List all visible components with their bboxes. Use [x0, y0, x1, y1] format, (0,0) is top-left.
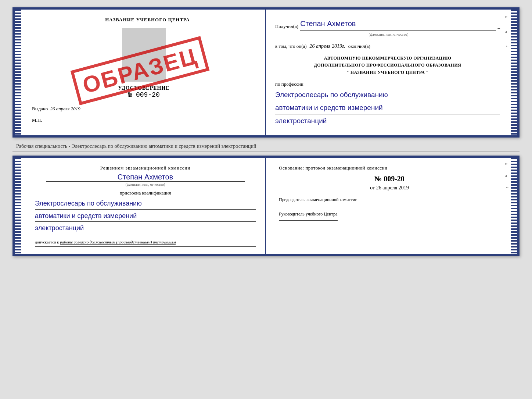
- fio-label-bottom: (фамилия, имя, отчество): [35, 182, 256, 186]
- top-document: НАЗВАНИЕ УЧЕБНОГО ЦЕНТРА УДОСТОВЕРЕНИЕ №…: [12, 7, 520, 138]
- org-block: АВТОНОМНУЮ НЕКОММЕРЧЕСКУЮ ОРГАНИЗАЦИЮ ДО…: [275, 55, 500, 76]
- bottom-document: Решением экзаменационной комиссии Степан…: [12, 156, 520, 256]
- osnovanie-title: Основание: протокол экзаменационной коми…: [279, 165, 500, 171]
- person-name: Степан Ахметов: [46, 173, 245, 182]
- org-line2: ДОПОЛНИТЕЛЬНОГО ПРОФЕССИОНАЛЬНОГО ОБРАЗО…: [275, 62, 500, 69]
- side-decoration-bottom: и а ←: [505, 161, 509, 189]
- dopuskaetsya-block: допускается к работе согласно должностны…: [35, 240, 256, 245]
- sign-line-bottom-left: [35, 246, 256, 247]
- recipient-name: Степан Ахметов: [300, 17, 496, 31]
- predsedatel-label: Председатель экзаменационной комиссии: [279, 196, 500, 203]
- top-left-panel: НАЗВАНИЕ УЧЕБНОГО ЦЕНТРА УДОСТОВЕРЕНИЕ №…: [15, 10, 266, 135]
- photo-placeholder: [122, 28, 166, 82]
- okonchil-label: окончил(а): [348, 42, 370, 50]
- ot-label: от: [370, 185, 375, 190]
- fio-label: (фамилия, имя, отчество): [277, 31, 500, 38]
- poluchil-label: Получил(а): [275, 22, 298, 31]
- specialty-line: Рабочая специальность - Электрослесарь п…: [12, 141, 520, 152]
- qual-line-1: Электрослесарь по обслуживанию: [35, 198, 256, 210]
- mp-line: М.П.: [32, 117, 256, 123]
- profession-line-2: автоматики и средств измерений: [275, 102, 500, 114]
- side-decoration: и а ←: [505, 13, 509, 50]
- prisvoena-label: присвоена квалификация: [35, 190, 256, 196]
- protocol-number: № 009-20: [279, 175, 500, 183]
- bottom-left-panel: Решением экзаменационной комиссии Степан…: [15, 158, 266, 254]
- qual-line-3: электростанций: [35, 222, 256, 234]
- dopuskaetsya-text: работе согласно должностным (производств…: [60, 240, 176, 245]
- vtom-line: в том, что он(а) 26 апреля 2019г. окончи…: [275, 42, 500, 51]
- qual-lines: Электрослесарь по обслуживанию автоматик…: [35, 198, 256, 234]
- ot-date-block: от 26 апреля 2019: [279, 185, 500, 191]
- top-cert-title: НАЗВАНИЕ УЧЕБНОГО ЦЕНТРА: [39, 17, 256, 23]
- profession-line-1: Электрослесарь по обслуживанию: [275, 89, 500, 101]
- predsedatel-block: Председатель экзаменационной комиссии: [279, 196, 500, 206]
- udostoverenie-label: УДОСТОВЕРЕНИЕ: [32, 85, 256, 91]
- rukovoditel-sign-line: [279, 220, 338, 221]
- ot-date: 26 апреля 2019: [376, 185, 409, 190]
- vydano-line: Выдано 26 апреля 2019: [32, 106, 256, 112]
- org-line3: " НАЗВАНИЕ УЧЕБНОГО ЦЕНТРА ": [275, 69, 500, 76]
- po-professii-label: по профессии: [275, 80, 500, 88]
- dopuskaetsya-prefix: допускается к: [35, 240, 59, 244]
- profession-lines: Электрослесарь по обслуживанию автоматик…: [275, 89, 500, 127]
- rukovoditel-label: Руководитель учебного Центра: [279, 211, 500, 217]
- reshenie-title: Решением экзаменационной комиссии: [35, 165, 256, 171]
- rukovoditel-block: Руководитель учебного Центра: [279, 211, 500, 221]
- predsedatel-sign-line: [279, 206, 338, 206]
- poluchil-line: Получил(а) Степан Ахметов _: [275, 17, 500, 31]
- vtom-label: в том, что он(а): [275, 42, 307, 50]
- org-line1: АВТОНОМНУЮ НЕКОММЕРЧЕСКУЮ ОРГАНИЗАЦИЮ: [275, 55, 500, 62]
- cert-date: 26 апреля 2019г.: [309, 42, 346, 51]
- profession-line-3: электростанций: [275, 115, 500, 127]
- vydano-date: 26 апреля 2019: [50, 106, 80, 111]
- bottom-right-panel: Основание: протокол экзаменационной коми…: [266, 158, 517, 254]
- qual-line-2: автоматики и средств измерений: [35, 210, 256, 222]
- vydano-label: Выдано: [32, 106, 48, 111]
- udostoverenie-block: УДОСТОВЕРЕНИЕ № 009-20: [32, 85, 256, 99]
- top-right-panel: Получил(а) Степан Ахметов _ (фамилия, им…: [266, 10, 517, 135]
- udostoverenie-number: № 009-20: [32, 91, 256, 99]
